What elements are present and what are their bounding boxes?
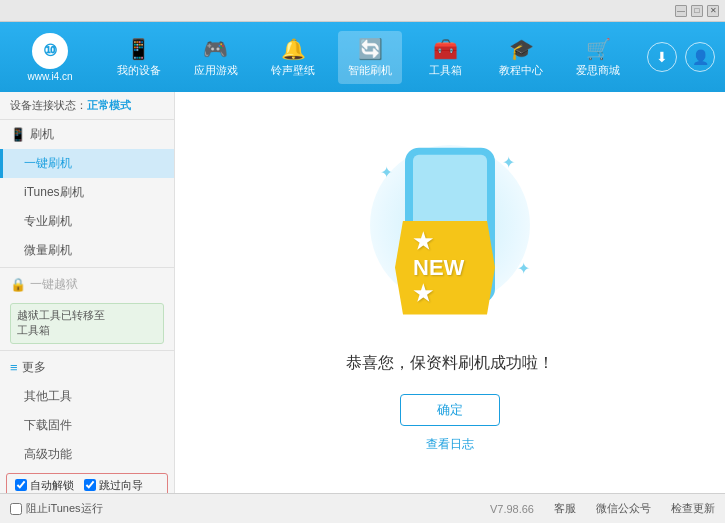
skip-wizard-label: 跳过向导 bbox=[99, 478, 143, 493]
download-button[interactable]: ⬇ bbox=[647, 42, 677, 72]
one-click-flash-label: 一键刷机 bbox=[24, 156, 72, 170]
nav-tutorial[interactable]: 🎓 教程中心 bbox=[489, 31, 553, 84]
customer-service-link[interactable]: 客服 bbox=[554, 501, 576, 516]
content-area: ✦ ✦ ✦ ★ NEW ★ 恭喜您，保资料刷机成功啦！ 确定 查看日志 bbox=[175, 92, 725, 493]
my-device-label: 我的设备 bbox=[117, 63, 161, 78]
check-update-link[interactable]: 检查更新 bbox=[671, 501, 715, 516]
success-illustration: ✦ ✦ ✦ ★ NEW ★ bbox=[350, 133, 550, 333]
block-itunes-label: 阻止iTunes运行 bbox=[26, 501, 103, 516]
header-right-controls: ⬇ 👤 bbox=[647, 42, 715, 72]
my-device-icon: 📱 bbox=[126, 37, 151, 61]
jailbreak-label: 一键越狱 bbox=[30, 276, 78, 293]
status-value: 正常模式 bbox=[87, 99, 131, 111]
window-chrome: — □ ✕ bbox=[0, 0, 725, 22]
status-label: 设备连接状态： bbox=[10, 99, 87, 111]
logo[interactable]: ⑩ www.i4.cn bbox=[10, 32, 90, 82]
sidebar-item-download-firmware[interactable]: 下载固件 bbox=[0, 411, 174, 440]
block-itunes-checkbox[interactable] bbox=[10, 503, 22, 515]
shop-label: 爱思商城 bbox=[576, 63, 620, 78]
nav-toolbox[interactable]: 🧰 工具箱 bbox=[416, 31, 476, 84]
download-firmware-label: 下载固件 bbox=[24, 418, 72, 432]
header: ⑩ www.i4.cn 📱 我的设备 🎮 应用游戏 🔔 铃声壁纸 🔄 智能刷机 … bbox=[0, 22, 725, 92]
sidebar-section-jailbreak[interactable]: 🔒 一键越狱 bbox=[0, 270, 174, 299]
smart-flash-label: 智能刷机 bbox=[348, 63, 392, 78]
toolbox-label: 工具箱 bbox=[429, 63, 462, 78]
sidebar-item-itunes-flash[interactable]: iTunes刷机 bbox=[0, 178, 174, 207]
sidebar-divider-2 bbox=[0, 350, 174, 351]
logo-icon: ⑩ bbox=[32, 33, 68, 69]
maximize-button[interactable]: □ bbox=[691, 5, 703, 17]
ringtones-label: 铃声壁纸 bbox=[271, 63, 315, 78]
nav-smart-flash[interactable]: 🔄 智能刷机 bbox=[338, 31, 402, 84]
nav-apps-games[interactable]: 🎮 应用游戏 bbox=[184, 31, 248, 84]
new-badge: ★ NEW ★ bbox=[395, 221, 495, 315]
device-status: 设备连接状态：正常模式 bbox=[0, 92, 174, 120]
wechat-link[interactable]: 微信公众号 bbox=[596, 501, 651, 516]
version-number: V7.98.66 bbox=[490, 503, 534, 515]
sidebar-item-other-tools[interactable]: 其他工具 bbox=[0, 382, 174, 411]
pro-flash-label: 专业刷机 bbox=[24, 214, 72, 228]
sidebar-item-advanced[interactable]: 高级功能 bbox=[0, 440, 174, 469]
apps-games-icon: 🎮 bbox=[203, 37, 228, 61]
success-message: 恭喜您，保资料刷机成功啦！ bbox=[346, 353, 554, 374]
user-button[interactable]: 👤 bbox=[685, 42, 715, 72]
close-button[interactable]: ✕ bbox=[707, 5, 719, 17]
more-section-label: 更多 bbox=[22, 359, 46, 376]
apps-games-label: 应用游戏 bbox=[194, 63, 238, 78]
flash-section-icon: 📱 bbox=[10, 127, 26, 142]
nav-bar: 📱 我的设备 🎮 应用游戏 🔔 铃声壁纸 🔄 智能刷机 🧰 工具箱 🎓 教程中心… bbox=[100, 31, 637, 84]
sidebar-section-more[interactable]: ≡ 更多 bbox=[0, 353, 174, 382]
toolbox-icon: 🧰 bbox=[433, 37, 458, 61]
daily-log-link[interactable]: 查看日志 bbox=[426, 436, 474, 453]
minimize-button[interactable]: — bbox=[675, 5, 687, 17]
other-tools-label: 其他工具 bbox=[24, 389, 72, 403]
more-section-icon: ≡ bbox=[10, 360, 18, 375]
confirm-button[interactable]: 确定 bbox=[400, 394, 500, 426]
smart-flash-icon: 🔄 bbox=[358, 37, 383, 61]
tutorial-icon: 🎓 bbox=[509, 37, 534, 61]
new-ribbon-text: ★ NEW ★ bbox=[395, 221, 495, 315]
logo-site: www.i4.cn bbox=[27, 71, 72, 82]
footer-right: V7.98.66 客服 微信公众号 检查更新 bbox=[490, 501, 715, 516]
flash-section-label: 刷机 bbox=[30, 126, 54, 143]
skip-wizard-input[interactable] bbox=[84, 479, 96, 491]
shop-icon: 🛒 bbox=[586, 37, 611, 61]
sidebar: 设备连接状态：正常模式 📱 刷机 一键刷机 iTunes刷机 专业刷机 微量刷机… bbox=[0, 92, 175, 493]
main-layout: 设备连接状态：正常模式 📱 刷机 一键刷机 iTunes刷机 专业刷机 微量刷机… bbox=[0, 92, 725, 493]
ringtones-icon: 🔔 bbox=[281, 37, 306, 61]
auto-unlock-checkbox[interactable]: 自动解锁 bbox=[15, 478, 74, 493]
tutorial-label: 教程中心 bbox=[499, 63, 543, 78]
nav-ringtones[interactable]: 🔔 铃声壁纸 bbox=[261, 31, 325, 84]
sidebar-divider-1 bbox=[0, 267, 174, 268]
footer-left: 阻止iTunes运行 bbox=[10, 501, 103, 516]
nav-my-device[interactable]: 📱 我的设备 bbox=[107, 31, 171, 84]
auto-unlock-label: 自动解锁 bbox=[30, 478, 74, 493]
sidebar-item-save-flash[interactable]: 微量刷机 bbox=[0, 236, 174, 265]
nav-shop[interactable]: 🛒 爱思商城 bbox=[566, 31, 630, 84]
sidebar-item-pro-flash[interactable]: 专业刷机 bbox=[0, 207, 174, 236]
itunes-flash-label: iTunes刷机 bbox=[24, 185, 84, 199]
auto-unlock-input[interactable] bbox=[15, 479, 27, 491]
footer: 阻止iTunes运行 V7.98.66 客服 微信公众号 检查更新 bbox=[0, 493, 725, 523]
jailbreak-icon: 🔒 bbox=[10, 277, 26, 292]
jailbreak-note: 越狱工具已转移至工具箱 bbox=[10, 303, 164, 344]
sidebar-item-one-click-flash[interactable]: 一键刷机 bbox=[0, 149, 174, 178]
save-flash-label: 微量刷机 bbox=[24, 243, 72, 257]
skip-wizard-checkbox[interactable]: 跳过向导 bbox=[84, 478, 143, 493]
checkboxes-row: 自动解锁 跳过向导 bbox=[6, 473, 168, 493]
advanced-label: 高级功能 bbox=[24, 447, 72, 461]
sidebar-section-flash[interactable]: 📱 刷机 bbox=[0, 120, 174, 149]
